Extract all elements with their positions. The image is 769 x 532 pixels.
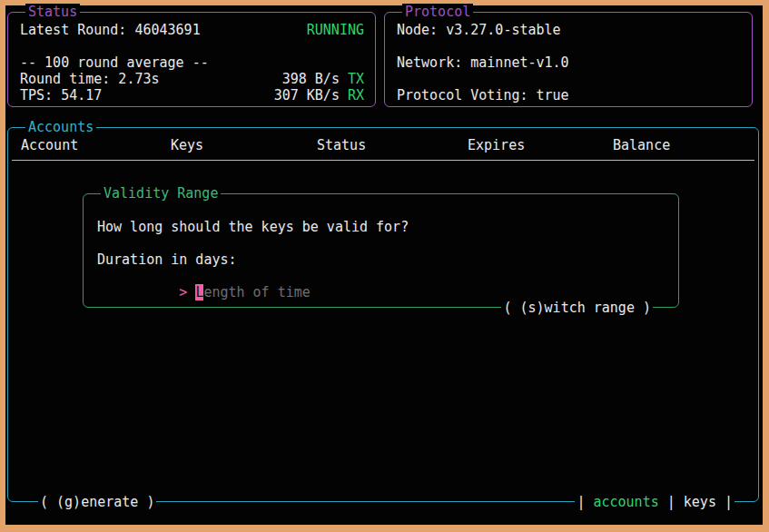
tab-separator: | bbox=[577, 494, 593, 510]
protocol-panel-title: Protocol bbox=[402, 4, 473, 20]
tab-separator: | bbox=[716, 494, 733, 510]
tx-rate: 398 B/sTX bbox=[282, 71, 364, 87]
latest-round-text: Latest Round: 46043691 bbox=[20, 22, 201, 38]
status-panel: Status Latest Round: 46043691 RUNNING --… bbox=[7, 12, 376, 107]
network-text: Network: mainnet-v1.0 bbox=[397, 54, 569, 71]
view-tabs: | accounts | keys | bbox=[575, 494, 734, 510]
spacer-row bbox=[20, 38, 364, 54]
round-time-text: Round time: 2.73s bbox=[20, 71, 160, 87]
accounts-panel: Accounts Account Keys Status Expires Bal… bbox=[7, 127, 759, 502]
rx-label: RX bbox=[348, 87, 364, 103]
validity-range-title: Validity Range bbox=[101, 185, 221, 202]
validity-range-dialog: Validity Range How long should the keys … bbox=[83, 193, 679, 308]
tab-separator: | bbox=[659, 494, 684, 510]
input-placeholder: ength of time bbox=[203, 284, 310, 300]
tab-accounts[interactable]: accounts bbox=[593, 494, 658, 510]
protocol-voting-text: Protocol Voting: true bbox=[397, 87, 569, 103]
validity-question-text: How long should the keys be valid for? bbox=[97, 219, 665, 235]
input-prompt-icon: > bbox=[179, 284, 195, 300]
column-header-account: Account bbox=[21, 137, 78, 153]
tps-text: TPS: 54.17 bbox=[20, 87, 102, 103]
column-header-keys: Keys bbox=[171, 137, 203, 153]
accounts-table-header: Account Keys Status Expires Balance bbox=[8, 137, 758, 153]
rx-rate: 307 KB/sRX bbox=[274, 87, 364, 103]
generate-button[interactable]: ( (g)enerate ) bbox=[38, 494, 156, 510]
terminal-screen: Status Latest Round: 46043691 RUNNING --… bbox=[5, 5, 763, 525]
column-header-expires: Expires bbox=[468, 137, 525, 153]
column-header-status: Status bbox=[317, 137, 366, 153]
tx-label: TX bbox=[348, 71, 364, 87]
spacer-row bbox=[397, 71, 741, 87]
round-average-header: -- 100 round average -- bbox=[20, 54, 209, 71]
duration-input[interactable]: > Length of time bbox=[97, 268, 665, 284]
running-status-badge: RUNNING bbox=[307, 22, 364, 38]
switch-range-button[interactable]: ( (s)witch range ) bbox=[501, 300, 653, 316]
table-header-divider bbox=[12, 160, 754, 161]
spacer-row bbox=[97, 235, 665, 251]
column-header-balance: Balance bbox=[613, 137, 670, 153]
node-version-text: Node: v3.27.0-stable bbox=[397, 22, 561, 38]
status-panel-title: Status bbox=[25, 4, 80, 20]
spacer-row bbox=[397, 38, 741, 54]
duration-label: Duration in days: bbox=[97, 251, 665, 268]
tab-keys[interactable]: keys bbox=[684, 494, 716, 510]
accounts-panel-title: Accounts bbox=[25, 119, 96, 135]
protocol-panel: Protocol Node: v3.27.0-stable Network: m… bbox=[384, 12, 753, 107]
